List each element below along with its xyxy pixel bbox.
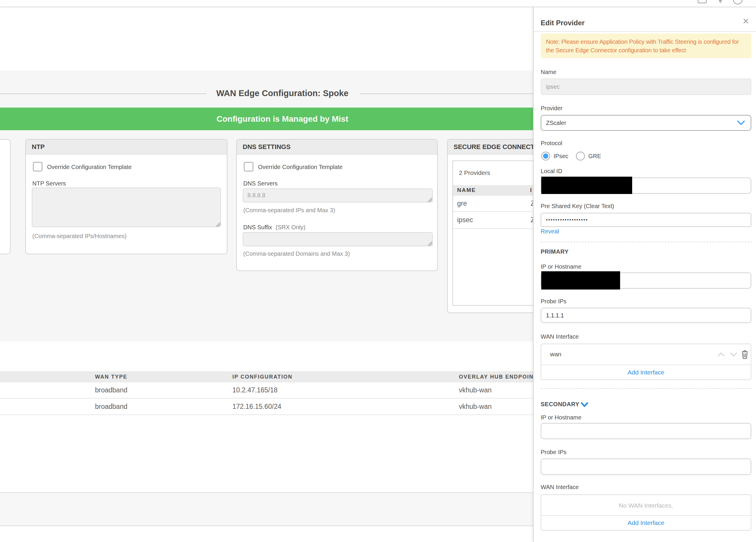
- dns-override-checkbox[interactable]: [244, 162, 253, 171]
- move-up-icon[interactable]: [717, 352, 725, 357]
- section-legend-line-left: [0, 94, 207, 94]
- ntp-servers-textarea[interactable]: [32, 188, 221, 227]
- partial-card: [0, 139, 11, 254]
- cell-overlay-hub-endpoint: vkhub-wan: [459, 386, 492, 394]
- dns-servers-textarea[interactable]: [243, 189, 433, 203]
- secondary-wan-box: No WAN Interfaces. Add Interface: [541, 494, 751, 531]
- dns-card: DNS SETTINGS Override Configuration Temp…: [236, 139, 438, 271]
- radio-gre[interactable]: [576, 152, 585, 161]
- cell-wan-type: broadband: [95, 403, 127, 411]
- ntp-card: NTP Override Configuration Template NTP …: [25, 139, 227, 254]
- window-icon[interactable]: [698, 0, 707, 3]
- ntp-card-title: NTP: [32, 143, 45, 151]
- primary-wan-box: wan Add Interface: [541, 343, 751, 380]
- cell-ip-configuration: 172.16.15.60/24: [232, 403, 281, 411]
- provider-selected-value: ZScaler: [546, 120, 566, 126]
- table-row[interactable]: broadband 172.16.15.60/24 vkhub-wan: [0, 398, 533, 415]
- psk-input[interactable]: [541, 213, 751, 227]
- primary-probe-input[interactable]: [541, 308, 751, 323]
- provider-select[interactable]: ZScaler: [541, 115, 751, 131]
- edit-provider-panel: Edit Provider × Note: Please ensure Appl…: [533, 7, 756, 542]
- add-interface-button[interactable]: Add Interface: [541, 365, 751, 379]
- provider-label: Provider: [541, 105, 562, 112]
- dns-card-title: DNS SETTINGS: [243, 143, 291, 151]
- wan-interface-row[interactable]: wan: [541, 344, 751, 365]
- col-overlay-hub-endpoint: OVERLAY HUB ENDPOINT: [459, 371, 537, 382]
- user-avatar-icon[interactable]: [733, 0, 742, 4]
- dns-suffix-resize-handle[interactable]: [428, 242, 433, 246]
- add-interface-button[interactable]: Add Interface: [541, 516, 751, 530]
- ntp-override-label: Override Configuration Template: [47, 164, 132, 171]
- radio-ipsec-label: IPsec: [554, 153, 568, 160]
- cell-wan-type: broadband: [95, 386, 127, 394]
- ntp-override-checkbox[interactable]: [33, 162, 42, 171]
- ntp-servers-hint: (Comma-separated IPs/Hostnames): [32, 233, 126, 240]
- bottom-band: [0, 492, 533, 526]
- sec-row-name: ipsec: [457, 216, 473, 224]
- sec-col-name: NAME: [457, 187, 476, 194]
- secondary-ip-input[interactable]: [541, 423, 751, 439]
- close-icon[interactable]: ×: [534, 16, 756, 26]
- dns-servers-resize-handle[interactable]: [428, 198, 433, 203]
- sec-row-name: gre: [457, 200, 467, 208]
- local-id-label: Local ID: [541, 168, 562, 175]
- primary-ip-redaction: [541, 271, 620, 289]
- ntp-servers-label: NTP Servers: [32, 180, 66, 187]
- table-row[interactable]: broadband 10.2.47.165/18 vkhub-wan: [0, 382, 533, 398]
- managed-banner: Configuration is Managed by Mist: [0, 108, 533, 130]
- secondary-heading: SECONDARY: [541, 401, 580, 408]
- dns-suffix-note: (SRX Only): [276, 224, 305, 231]
- ntp-card-header: [26, 140, 227, 155]
- top-bar: [0, 0, 756, 7]
- name-input[interactable]: [541, 79, 751, 95]
- bulb-icon[interactable]: [717, 0, 724, 4]
- no-wan-interfaces-row: No WAN Interfaces.: [541, 495, 751, 516]
- primary-probe-label: Probe IPs: [541, 298, 567, 305]
- secondary-ip-label: IP or Hostname: [541, 414, 582, 421]
- protocol-label: Protocol: [541, 140, 562, 147]
- wan-interface-name: wan: [550, 351, 562, 358]
- secondary-collapse-icon[interactable]: [581, 402, 588, 408]
- radio-gre-label: GRE: [588, 153, 601, 160]
- chevron-down-icon[interactable]: [737, 120, 745, 126]
- dns-suffix-textarea[interactable]: [243, 232, 433, 246]
- page-title: WAN Edge Configuration: Spoke: [212, 89, 353, 98]
- cell-ip-configuration: 10.2.47.165/18: [232, 386, 277, 394]
- section-legend-line-right: [359, 94, 533, 94]
- sec-col2-fragment: I: [530, 187, 532, 194]
- panel-header-divider: [534, 31, 756, 32]
- secondary-probe-input[interactable]: [541, 458, 751, 475]
- radio-ipsec[interactable]: [541, 152, 550, 161]
- name-label: Name: [541, 69, 556, 76]
- dns-suffix-label: DNS Suffix: [243, 224, 272, 231]
- trash-icon[interactable]: [741, 350, 748, 359]
- sec-card-title: SECURE EDGE CONNECTOR: [454, 143, 544, 151]
- screen: WAN Edge Configuration: Spoke Configurat…: [0, 0, 756, 542]
- note-text: Note: Please ensure Application Policy w…: [546, 38, 746, 55]
- reveal-link[interactable]: Reveal: [541, 228, 559, 235]
- local-id-redaction: [541, 177, 632, 194]
- ntp-textarea-resize-handle[interactable]: [216, 223, 221, 227]
- dns-suffix-hint: (Comma-separated Domains and Max 3): [243, 251, 350, 257]
- dns-servers-hint: (Comma-separated IPs and Max 3): [243, 207, 335, 214]
- col-wan-type: WAN TYPE: [95, 371, 127, 382]
- sec-provider-count: 2 Providers: [459, 169, 490, 176]
- col-ip-configuration: IP CONFIGURATION: [232, 371, 292, 382]
- primary-wan-label: WAN Interface: [541, 333, 579, 340]
- note-box: Note: Please ensure Application Policy w…: [541, 34, 751, 58]
- managed-banner-text: Configuration is Managed by Mist: [32, 108, 533, 130]
- psk-label: Pre Shared Key (Clear Text): [541, 203, 614, 210]
- divider-dashed: [541, 388, 752, 389]
- wan-table-header: WAN TYPE IP CONFIGURATION OVERLAY HUB EN…: [0, 371, 533, 382]
- cell-overlay-hub-endpoint: vkhub-wan: [459, 403, 492, 411]
- secondary-probe-label: Probe IPs: [541, 449, 567, 456]
- primary-heading: PRIMARY: [541, 249, 569, 255]
- primary-ip-label: IP or Hostname: [541, 264, 582, 270]
- no-wan-interfaces-text: No WAN Interfaces.: [619, 502, 673, 509]
- divider-dashed: [541, 242, 752, 242]
- move-down-icon[interactable]: [730, 352, 737, 357]
- dns-override-label: Override Configuration Template: [258, 164, 343, 171]
- secondary-wan-label: WAN Interface: [541, 484, 579, 491]
- dns-servers-label: DNS Servers: [243, 180, 278, 187]
